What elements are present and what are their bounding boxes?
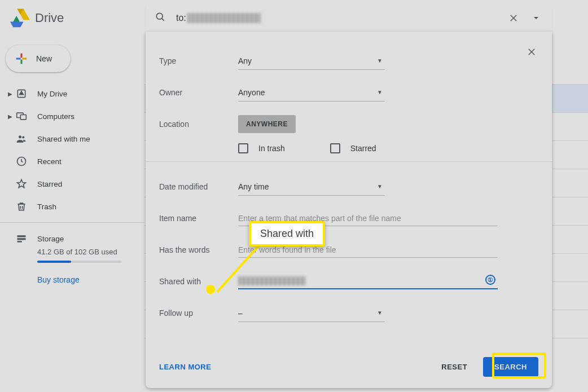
- filter-owner-label: Owner: [159, 88, 238, 97]
- search-query-redacted-value: [187, 13, 261, 23]
- checkbox-icon: [330, 143, 340, 153]
- filter-item-name-label: Item name: [159, 214, 238, 223]
- search-query[interactable]: to:: [176, 13, 502, 23]
- search-query-prefix: to:: [176, 13, 186, 23]
- caret-down-icon: [533, 15, 539, 21]
- people-icon: [14, 133, 29, 144]
- filter-type-label: Type: [159, 56, 238, 65]
- clock-icon: [14, 156, 29, 167]
- sidebar: New ▶ My Drive ▶ Computers Shared with m…: [0, 36, 144, 392]
- new-button[interactable]: New: [6, 45, 71, 72]
- annotation-callout: Shared with: [249, 221, 325, 246]
- svg-rect-3: [20, 115, 26, 120]
- sidebar-item-label: My Drive: [37, 90, 67, 98]
- filter-date-select[interactable]: Any time ▼: [238, 178, 385, 196]
- sidebar-item-my-drive[interactable]: ▶ My Drive: [0, 82, 144, 105]
- advanced-search-panel: Type Any ▼ Owner Anyone ▼ Location ANYWH…: [146, 32, 552, 388]
- sidebar-item-label: Computers: [37, 112, 74, 121]
- caret-down-icon: ▼: [377, 183, 383, 190]
- sidebar-item-shared-with-me[interactable]: Shared with me: [0, 127, 144, 150]
- sidebar-item-recent[interactable]: Recent: [0, 150, 144, 173]
- shared-with-redacted-value: [238, 276, 306, 285]
- product-name: Drive: [35, 11, 64, 25]
- close-icon: [508, 13, 519, 23]
- sidebar-item-label: Recent: [37, 157, 62, 166]
- filter-type-select[interactable]: Any ▼: [238, 52, 385, 70]
- filter-has-words-label: Has the words: [159, 245, 238, 254]
- sidebar-item-label: Shared with me: [37, 135, 90, 143]
- filter-owner-select[interactable]: Anyone ▼: [238, 83, 385, 102]
- clear-search-button[interactable]: [502, 7, 525, 29]
- starred-checkbox[interactable]: Starred: [330, 143, 376, 153]
- sidebar-item-computers[interactable]: ▶ Computers: [0, 105, 144, 127]
- filter-date-label: Date modified: [159, 182, 238, 191]
- new-button-label: New: [36, 54, 52, 63]
- svg-point-11: [156, 13, 163, 19]
- filter-type-value: Any: [238, 56, 252, 65]
- search-options-toggle[interactable]: [525, 7, 547, 29]
- caret-down-icon: ▼: [377, 310, 383, 316]
- password-manager-icon[interactable]: ①: [485, 275, 495, 285]
- svg-rect-8: [17, 235, 26, 237]
- reset-button[interactable]: RESET: [432, 357, 476, 377]
- expand-icon[interactable]: ▶: [7, 91, 14, 97]
- close-panel-button[interactable]: [523, 43, 541, 61]
- annotation-callout-text: Shared with: [260, 228, 314, 239]
- learn-more-link[interactable]: LEARN MORE: [159, 363, 211, 371]
- sidebar-item-trash[interactable]: Trash: [0, 195, 144, 218]
- trash-icon: [14, 201, 29, 212]
- expand-icon[interactable]: ▶: [7, 113, 14, 120]
- starred-filter-label: Starred: [350, 144, 376, 153]
- sidebar-item-label: Trash: [37, 202, 56, 211]
- in-trash-checkbox[interactable]: In trash: [238, 143, 285, 153]
- drive-logo: [9, 7, 32, 29]
- svg-marker-7: [17, 180, 26, 188]
- buy-storage-link[interactable]: Buy storage: [37, 275, 144, 284]
- shared-with-input[interactable]: ①: [238, 274, 498, 289]
- svg-rect-10: [17, 241, 22, 243]
- storage-icon: [14, 233, 29, 244]
- checkbox-icon: [238, 143, 248, 153]
- search-bar[interactable]: to:: [146, 5, 552, 32]
- search-button[interactable]: SEARCH: [483, 357, 538, 377]
- storage-progress-bar: [37, 261, 122, 263]
- annotation-dot: [206, 285, 215, 294]
- filter-follow-up-label: Follow up: [159, 309, 238, 318]
- close-icon: [526, 47, 537, 57]
- sidebar-item-storage[interactable]: Storage: [14, 227, 144, 250]
- computers-icon: [14, 111, 29, 122]
- sidebar-item-starred[interactable]: Starred: [0, 173, 144, 195]
- sidebar-item-label: Starred: [37, 180, 62, 188]
- svg-marker-1: [20, 91, 24, 95]
- plus-colored-icon: [14, 51, 29, 67]
- filter-owner-value: Anyone: [238, 88, 265, 97]
- star-icon: [14, 178, 29, 190]
- my-drive-icon: [14, 88, 29, 99]
- svg-point-5: [22, 136, 24, 138]
- caret-down-icon: ▼: [377, 89, 383, 95]
- filter-follow-up-value: –: [238, 309, 243, 318]
- storage-label: Storage: [37, 235, 64, 243]
- in-trash-label: In trash: [258, 144, 285, 153]
- search-icon[interactable]: [155, 11, 166, 25]
- location-chip[interactable]: ANYWHERE: [238, 115, 296, 133]
- filter-follow-up-select[interactable]: – ▼: [238, 304, 385, 322]
- filter-date-value: Any time: [238, 182, 269, 191]
- svg-point-4: [19, 135, 21, 138]
- filter-location-label: Location: [159, 120, 238, 129]
- svg-rect-9: [17, 238, 26, 240]
- storage-used-text: 41.2 GB of 102 GB used: [37, 248, 144, 256]
- caret-down-icon: ▼: [377, 58, 383, 64]
